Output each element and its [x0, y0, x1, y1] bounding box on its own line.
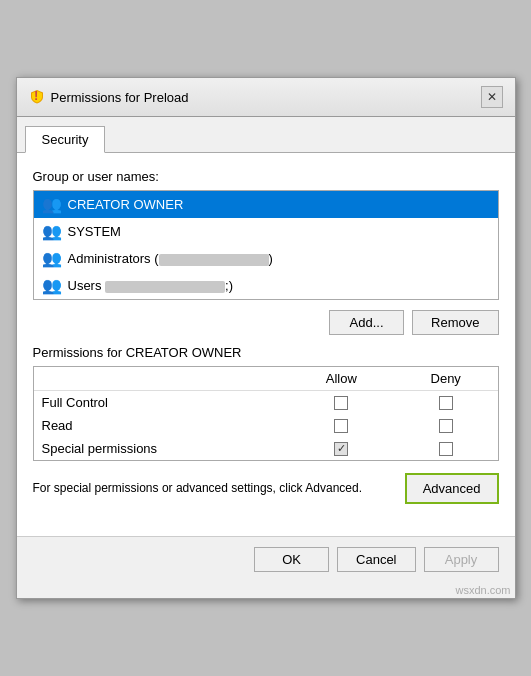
- checkbox-special-allow[interactable]: [334, 442, 348, 456]
- perm-row-special-allow: [289, 437, 394, 460]
- user-list: 👥 CREATOR OWNER 👥 SYSTEM 👥 Administrator…: [33, 190, 499, 300]
- remove-button[interactable]: Remove: [412, 310, 498, 335]
- perm-row-fullcontrol-deny: [394, 391, 498, 415]
- user-name-users: Users ;): [68, 278, 234, 293]
- permissions-table-container: Allow Deny Full Control: [33, 366, 499, 461]
- title-bar: ! Permissions for Preload ✕: [17, 78, 515, 117]
- perm-row-read-allow: [289, 414, 394, 437]
- advanced-row: For special permissions or advanced sett…: [33, 473, 499, 504]
- add-remove-row: Add... Remove: [33, 310, 499, 335]
- svg-text:!: !: [34, 89, 38, 103]
- title-text: Permissions for Preload: [51, 90, 189, 105]
- permissions-table: Allow Deny Full Control: [34, 367, 498, 460]
- perm-row-read-name: Read: [34, 414, 289, 437]
- perm-row-fullcontrol-allow: [289, 391, 394, 415]
- user-icon: 👥: [42, 222, 62, 241]
- checkbox-fullcontrol-deny[interactable]: [439, 396, 453, 410]
- perm-row-special-deny: [394, 437, 498, 460]
- user-icon: 👥: [42, 276, 62, 295]
- checkbox-read-deny[interactable]: [439, 419, 453, 433]
- ok-button[interactable]: OK: [254, 547, 329, 572]
- perm-row-read-deny: [394, 414, 498, 437]
- perm-row-special-name: Special permissions: [34, 437, 289, 460]
- advanced-text: For special permissions or advanced sett…: [33, 480, 393, 497]
- apply-button[interactable]: Apply: [424, 547, 499, 572]
- title-bar-left: ! Permissions for Preload: [29, 89, 189, 105]
- user-name-administrators: Administrators (): [68, 251, 273, 266]
- watermark: wsxdn.com: [17, 582, 515, 598]
- user-name-system: SYSTEM: [68, 224, 121, 239]
- group-label: Group or user names:: [33, 169, 499, 184]
- user-icon: 👥: [42, 195, 62, 214]
- user-item-administrators[interactable]: 👥 Administrators (): [34, 245, 498, 272]
- advanced-button[interactable]: Advanced: [405, 473, 499, 504]
- perm-col-allow: Allow: [289, 367, 394, 391]
- user-item-system[interactable]: 👥 SYSTEM: [34, 218, 498, 245]
- checkbox-read-allow[interactable]: [334, 419, 348, 433]
- user-icon: 👥: [42, 249, 62, 268]
- redacted-users: [105, 281, 225, 293]
- shield-icon: !: [29, 89, 45, 105]
- add-button[interactable]: Add...: [329, 310, 404, 335]
- close-button[interactable]: ✕: [481, 86, 503, 108]
- perm-col-name: [34, 367, 289, 391]
- permissions-label: Permissions for CREATOR OWNER: [33, 345, 499, 360]
- user-item-creator-owner[interactable]: 👥 CREATOR OWNER: [34, 191, 498, 218]
- perm-col-deny: Deny: [394, 367, 498, 391]
- user-item-users[interactable]: 👥 Users ;): [34, 272, 498, 299]
- dialog-body: Group or user names: 👥 CREATOR OWNER 👥 S…: [17, 153, 515, 536]
- user-name-creator-owner: CREATOR OWNER: [68, 197, 184, 212]
- permissions-section: Permissions for CREATOR OWNER Allow Deny…: [33, 345, 499, 461]
- checkbox-fullcontrol-allow[interactable]: [334, 396, 348, 410]
- tab-security[interactable]: Security: [25, 126, 106, 153]
- dialog-footer: OK Cancel Apply: [17, 536, 515, 582]
- cancel-button[interactable]: Cancel: [337, 547, 415, 572]
- table-row: Read: [34, 414, 498, 437]
- table-row: Special permissions: [34, 437, 498, 460]
- redacted-admins: [159, 254, 269, 266]
- checkbox-special-deny[interactable]: [439, 442, 453, 456]
- table-row: Full Control: [34, 391, 498, 415]
- tab-bar: Security: [17, 117, 515, 153]
- perm-row-fullcontrol-name: Full Control: [34, 391, 289, 415]
- dialog-window: ! Permissions for Preload ✕ Security Gro…: [16, 77, 516, 599]
